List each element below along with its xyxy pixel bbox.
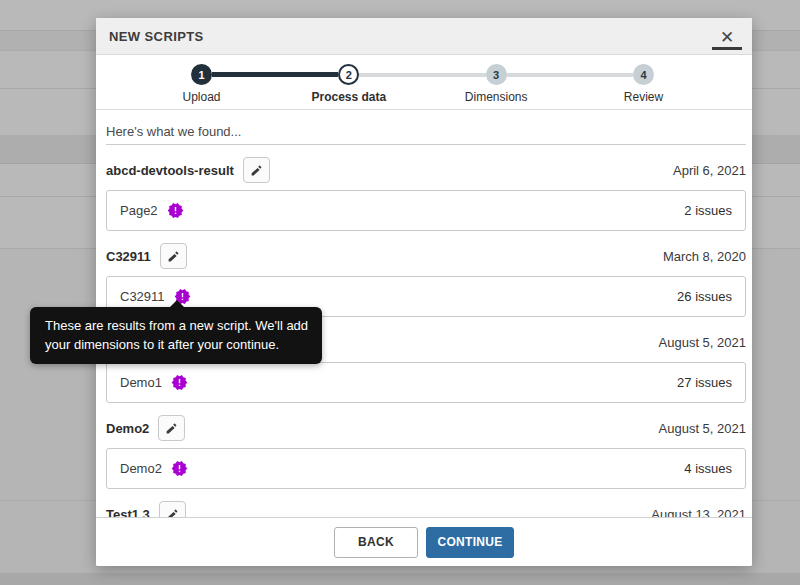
- stepper-connector: [212, 72, 338, 77]
- pencil-icon: [165, 422, 178, 435]
- result-name: Demo1: [120, 375, 162, 390]
- issue-count: 2 issues: [684, 203, 732, 218]
- close-button[interactable]: ✕: [712, 22, 742, 50]
- script-name: Demo2: [106, 421, 149, 436]
- script-result-row: Demo2 4 issues: [106, 448, 746, 489]
- step-label: Dimensions: [465, 90, 528, 104]
- step-number-badge: 4: [633, 64, 654, 85]
- new-script-badge-icon[interactable]: [171, 374, 188, 391]
- script-name: Test1.3: [106, 507, 150, 518]
- pencil-icon: [166, 508, 179, 518]
- stepper: 1 Upload 2 Process data 3 Dimensions 4 R…: [96, 55, 752, 110]
- script-entry-header: abcd-devtools-result April 6, 2021: [106, 157, 746, 183]
- new-scripts-modal: NEW SCRIPTS ✕ 1 Upload 2 Process data 3 …: [96, 18, 752, 566]
- new-script-badge-icon[interactable]: [171, 460, 188, 477]
- modal-title: NEW SCRIPTS: [109, 29, 204, 44]
- script-name: abcd-devtools-result: [106, 163, 234, 178]
- script-date: August 5, 2021: [659, 421, 746, 436]
- stepper-step-review[interactable]: 4 Review: [633, 64, 654, 85]
- modal-header: NEW SCRIPTS ✕: [96, 18, 752, 55]
- script-date: April 6, 2021: [673, 163, 746, 178]
- step-number-badge: 2: [338, 64, 359, 85]
- back-button[interactable]: BACK: [334, 527, 418, 558]
- edit-script-name-button[interactable]: [158, 415, 185, 441]
- edit-script-name-button[interactable]: [243, 157, 270, 183]
- step-label: Upload: [182, 90, 220, 104]
- result-name: Page2: [120, 203, 158, 218]
- script-date: August 13, 2021: [651, 507, 746, 518]
- tooltip-arrow: [170, 300, 184, 307]
- pencil-icon: [167, 250, 180, 263]
- script-result-row: Page2 2 issues: [106, 190, 746, 231]
- background-bottom-strip: [0, 573, 800, 585]
- result-name: C32911: [120, 289, 165, 304]
- script-result-row: Demo1 27 issues: [106, 362, 746, 403]
- stepper-step-upload[interactable]: 1 Upload: [191, 64, 212, 85]
- stepper-connector: [359, 73, 485, 77]
- stepper-connector: [507, 73, 633, 77]
- script-date: August 5, 2021: [659, 335, 746, 350]
- pencil-icon: [250, 164, 263, 177]
- step-label: Review: [624, 90, 663, 104]
- stepper-step-process-data[interactable]: 2 Process data: [338, 64, 359, 85]
- intro-text: Here's what we found...: [106, 110, 746, 145]
- continue-button[interactable]: CONTINUE: [426, 527, 514, 558]
- step-label: Process data: [311, 90, 386, 104]
- edit-script-name-button[interactable]: [159, 501, 186, 517]
- step-number-badge: 3: [486, 64, 507, 85]
- close-button-underline: [712, 47, 742, 50]
- result-name: Demo2: [120, 461, 162, 476]
- script-date: March 8, 2020: [663, 249, 746, 264]
- close-icon: ✕: [720, 30, 734, 45]
- script-entry-header: Test1.3 August 13, 2021: [106, 501, 746, 517]
- issue-count: 27 issues: [677, 375, 732, 390]
- script-name: C32911: [106, 249, 151, 264]
- script-entry-header: Demo2 August 5, 2021: [106, 415, 746, 441]
- new-script-tooltip: These are results from a new script. We'…: [30, 307, 322, 364]
- edit-script-name-button[interactable]: [160, 243, 187, 269]
- script-entry-header: C32911 March 8, 2020: [106, 243, 746, 269]
- tooltip-text-line2: your dimensions to it after your continu…: [45, 335, 308, 354]
- new-script-badge-icon[interactable]: [167, 202, 184, 219]
- issue-count: 26 issues: [677, 289, 732, 304]
- step-number-badge: 1: [191, 64, 212, 85]
- tooltip-text-line1: These are results from a new script. We'…: [45, 316, 308, 335]
- modal-footer: BACK CONTINUE: [96, 517, 752, 566]
- stepper-step-dimensions[interactable]: 3 Dimensions: [486, 64, 507, 85]
- issue-count: 4 issues: [684, 461, 732, 476]
